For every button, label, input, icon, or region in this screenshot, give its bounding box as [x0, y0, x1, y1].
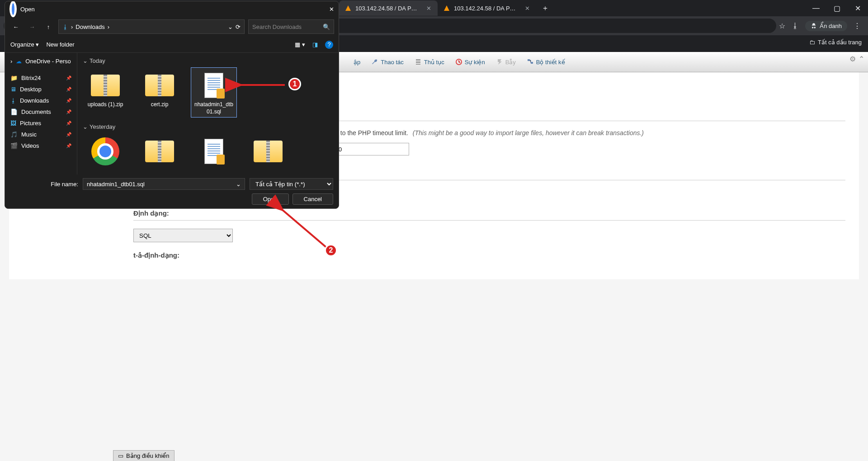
- nav-item-import[interactable]: ập: [348, 52, 366, 72]
- file-item[interactable]: [245, 134, 291, 169]
- search-field[interactable]: Search Downloads 🔍: [248, 19, 334, 34]
- zip-folder-icon: [91, 75, 120, 96]
- sidebar-item[interactable]: 🖼Pictures📌: [7, 118, 75, 129]
- close-dialog-button[interactable]: ✕: [329, 6, 334, 13]
- annotation-arrow-1: [235, 80, 289, 91]
- pin-icon: 📌: [66, 75, 71, 80]
- star-icon[interactable]: ☆: [779, 22, 785, 30]
- sidebar-item[interactable]: 📄Documents📌: [7, 106, 75, 118]
- open-button[interactable]: Open: [252, 193, 289, 205]
- file-item[interactable]: cert.zip: [137, 68, 182, 117]
- gear-icon[interactable]: ⚙: [849, 55, 856, 63]
- control-panel-label: Bảng điều khiển: [126, 452, 170, 459]
- pma-favicon-icon: [443, 5, 450, 12]
- collapse-icon[interactable]: ⌃: [859, 55, 864, 63]
- cloud-icon: ☁: [16, 58, 22, 65]
- page-settings: ⚙ ⌃: [849, 55, 864, 63]
- tab-title: 103.142.24.58 / DA PMA Signon: [355, 5, 421, 12]
- input-skip-queries[interactable]: [335, 143, 409, 155]
- sql-file-icon: [204, 139, 223, 164]
- sidebar-item[interactable]: 🎬Videos📌: [7, 140, 75, 151]
- dialog-footer: File name: nhatadmin1_dtb01.sql⌄ Tất cả …: [5, 174, 339, 208]
- file-item[interactable]: [83, 134, 128, 169]
- menu-icon[interactable]: ⋮: [854, 22, 861, 30]
- organize-button[interactable]: Organize ▾: [10, 41, 39, 48]
- nav-item-events[interactable]: Sự kiện: [450, 52, 491, 72]
- dialog-title: Open: [20, 6, 326, 13]
- file-item[interactable]: [191, 134, 236, 169]
- dialog-sidebar: ›☁OneDrive - Perso 📁Bitrix24📌 🖥Desktop📌 …: [5, 53, 77, 174]
- file-item[interactable]: [137, 134, 182, 169]
- forward-button[interactable]: →: [26, 20, 38, 33]
- music-icon: 🎵: [10, 131, 18, 138]
- incognito-label: Ẩn danh: [820, 23, 842, 29]
- file-grid-today: uploads (1).zip cert.zip nhatadmin1_dtb0…: [83, 68, 333, 122]
- wrench-icon: [371, 58, 378, 66]
- download-icon: ⭳: [10, 97, 16, 104]
- panel-icon: ▭: [118, 452, 123, 459]
- back-button[interactable]: ←: [9, 20, 22, 33]
- pin-icon: 📌: [66, 121, 71, 126]
- close-window-button[interactable]: ✕: [847, 0, 868, 16]
- filename-label: File name:: [10, 181, 78, 188]
- folder-icon: 🗀: [809, 39, 815, 46]
- nav-item-operations[interactable]: Thao tác: [366, 52, 409, 72]
- file-item[interactable]: uploads (1).zip: [83, 68, 128, 117]
- group-yesterday[interactable]: ⌄Yesterday: [83, 122, 333, 134]
- sidebar-item[interactable]: 📁Bitrix24📌: [7, 72, 75, 84]
- group-today[interactable]: ⌄Today: [83, 56, 333, 68]
- nav-item-triggers[interactable]: Bẫy: [491, 52, 521, 72]
- help-icon[interactable]: ?: [325, 41, 333, 49]
- row-format-select: SQL: [133, 229, 845, 242]
- path-bar[interactable]: ⭳ › Downloads › ⌄ ⟳: [58, 19, 245, 34]
- dialog-nav: ← → ↑ ⭳ › Downloads › ⌄ ⟳ Search Downloa…: [5, 17, 339, 37]
- sidebar-item[interactable]: 🎵Music📌: [7, 129, 75, 140]
- up-button[interactable]: ↑: [42, 20, 55, 33]
- tab-2[interactable]: 103.142.24.58 / DA PMA Signon ✕: [438, 0, 536, 16]
- cancel-button[interactable]: Cancel: [292, 193, 333, 205]
- file-type-filter[interactable]: Tất cả Tệp tin (*.*): [250, 178, 333, 190]
- nav-item-routines[interactable]: Thủ tục: [409, 52, 450, 72]
- file-grid-yesterday: [83, 134, 333, 174]
- view-mode-button[interactable]: ▦ ▾: [295, 41, 305, 48]
- annotation-badge-1: 1: [288, 78, 301, 90]
- download-icon[interactable]: ⭳: [792, 22, 799, 30]
- sidebar-item[interactable]: 🖥Desktop📌: [7, 84, 75, 95]
- close-icon[interactable]: ✕: [425, 5, 432, 12]
- sidebar-onedrive[interactable]: ›☁OneDrive - Perso: [7, 56, 75, 67]
- zip-folder-icon: [254, 141, 283, 162]
- control-panel-toggle[interactable]: ▭ Bảng điều khiển: [113, 450, 175, 461]
- desktop-icon: 🖥: [10, 86, 16, 93]
- chevron-icon: ›: [10, 58, 12, 65]
- file-item-selected[interactable]: nhatadmin1_dtb01.sql: [191, 68, 236, 117]
- filename-input[interactable]: nhatadmin1_dtb01.sql⌄: [83, 178, 245, 190]
- new-folder-button[interactable]: New folder: [46, 41, 74, 48]
- minimize-button[interactable]: —: [806, 0, 826, 16]
- chevron-down-icon[interactable]: ⌄: [228, 24, 233, 30]
- section-format: Định dạng:: [133, 209, 845, 221]
- pin-icon: 📌: [66, 98, 71, 103]
- maximize-button[interactable]: ▢: [826, 0, 847, 16]
- document-icon: 📄: [10, 108, 18, 115]
- dialog-body: ›☁OneDrive - Perso 📁Bitrix24📌 🖥Desktop📌 …: [5, 53, 339, 174]
- dialog-titlebar: Open ✕: [5, 1, 339, 17]
- select-format[interactable]: SQL: [133, 229, 233, 242]
- refresh-icon[interactable]: ⟳: [236, 24, 241, 30]
- trigger-icon: [496, 58, 503, 66]
- search-icon: 🔍: [323, 24, 330, 30]
- note-allow-interrupt: (This might be a good way to import larg…: [413, 129, 644, 136]
- all-bookmarks-button[interactable]: 🗀 Tất cả dấu trang: [809, 39, 862, 46]
- section-format-options: t-ả-định-dạng:: [133, 251, 845, 262]
- tab-1[interactable]: 103.142.24.58 / DA PMA Signon ✕: [339, 0, 438, 16]
- tab-title: 103.142.24.58 / DA PMA Signon: [454, 5, 520, 12]
- file-open-dialog: Open ✕ ← → ↑ ⭳ › Downloads › ⌄ ⟳ Search …: [5, 1, 339, 209]
- incognito-badge[interactable]: Ẩn danh: [805, 21, 847, 31]
- close-icon[interactable]: ✕: [524, 5, 531, 12]
- sidebar-item[interactable]: ⭳Downloads📌: [7, 95, 75, 106]
- new-tab-button[interactable]: ＋: [539, 2, 552, 14]
- nav-item-designer[interactable]: Bộ thiết kế: [521, 52, 571, 72]
- all-bookmarks-label: Tất cả dấu trang: [818, 39, 862, 46]
- designer-icon: [527, 58, 534, 66]
- preview-pane-button[interactable]: ◨: [312, 41, 318, 48]
- path-segment[interactable]: Downloads: [75, 24, 104, 30]
